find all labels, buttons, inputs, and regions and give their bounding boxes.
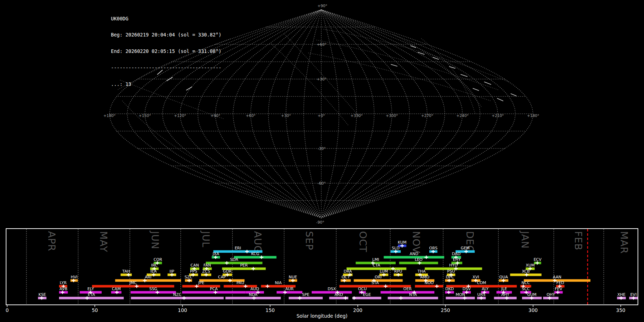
meteor-trail <box>497 98 503 101</box>
sky-label-pole-north: +90° <box>317 4 327 8</box>
shower-label: OHY <box>547 292 555 297</box>
shower-label: AMO <box>420 275 430 279</box>
shower-label: NZC <box>173 292 182 297</box>
month-label: JUN <box>150 230 161 249</box>
month-label: MAY <box>98 231 109 252</box>
shower-label: SSG <box>149 287 157 291</box>
month-label: JAN <box>519 230 531 249</box>
shower-label: CAM <box>112 287 121 291</box>
sky-label-latitude: +60° <box>317 42 326 47</box>
shower-label: DPC <box>446 275 454 279</box>
shower-label: AAN <box>553 275 561 279</box>
shower-label: XUM <box>526 263 535 268</box>
shower-bar <box>234 256 277 259</box>
shower-label: NCC <box>522 280 530 285</box>
meteor-trail <box>449 67 455 68</box>
shower-bar <box>352 297 381 299</box>
month-label: NOV <box>411 231 422 253</box>
shower-label: MON <box>455 292 465 297</box>
shower-bar <box>384 256 444 259</box>
shower-label: SPE <box>302 292 309 297</box>
shower-bar <box>446 297 475 299</box>
shower-label: ORS <box>429 246 438 250</box>
shower-label: NIA <box>275 280 282 285</box>
shower-label: OER <box>403 287 412 291</box>
shower-label: COM <box>477 280 486 285</box>
shower-label: LEO <box>415 257 423 262</box>
shower-label: FED <box>556 280 564 285</box>
shower-label: JPE <box>198 280 204 285</box>
sky-label-pole-south: -90° <box>316 220 324 224</box>
shower-label: SDA <box>230 257 238 262</box>
sky-label-longitude: +90° <box>210 113 220 118</box>
shower-label: OCU <box>358 287 367 291</box>
sky-grid-meridian <box>268 10 321 218</box>
sky-label-longitude: +270° <box>421 113 433 118</box>
shower-label: LMI <box>372 257 379 262</box>
sky-track <box>324 29 508 82</box>
meteor-trail <box>391 64 397 66</box>
sky-label-longitude: +60° <box>246 113 255 118</box>
meteor-trail <box>484 82 491 84</box>
sky-label-longitude: +180° <box>527 113 539 118</box>
shower-label: DSX <box>328 287 336 291</box>
month-label: APR <box>46 231 57 252</box>
shower-label: ALY <box>482 287 489 291</box>
meteor-trail <box>473 88 479 91</box>
shower-label: IIP <box>170 269 174 274</box>
shower-label: THA <box>417 269 426 274</box>
shower-label: GUM <box>527 292 537 297</box>
shower-bar <box>59 297 124 299</box>
shower-label: XVI <box>473 275 479 279</box>
sky-label-longitude: +0° <box>318 113 325 118</box>
shower-label: SLD <box>392 246 400 250</box>
x-tick-label: 300 <box>528 307 538 313</box>
sky-map-group: +90°-90°+60°+30°-30°-60°+180°+150°+120°+… <box>103 4 539 224</box>
sky-label-latitude: -30° <box>318 146 326 151</box>
sky-track <box>120 80 224 119</box>
meteor-trail <box>511 94 516 96</box>
shower-label: JMC <box>129 280 137 285</box>
shower-label: PAU <box>236 280 244 285</box>
shower-label: ELY <box>87 287 94 291</box>
shower-label: JXA <box>212 252 219 256</box>
shower-label: CTA <box>373 263 381 268</box>
shower-label: PCA <box>210 287 218 291</box>
shower-bar <box>206 262 262 264</box>
shower-label: ARI <box>145 275 151 279</box>
shower-bar <box>340 285 411 288</box>
sky-label-latitude: -60° <box>318 181 326 185</box>
shower-label: KUM <box>398 240 406 245</box>
month-label: OCT <box>357 231 369 253</box>
shower-bar <box>312 291 352 294</box>
shower-label: GDR <box>223 269 232 274</box>
shower-label: XCB <box>522 269 530 274</box>
shower-bar <box>388 297 438 299</box>
x-tick-label: 250 <box>441 307 450 313</box>
shower-label: AUR <box>286 287 294 291</box>
x-tick-label: 100 <box>178 307 187 313</box>
shower-bar <box>381 291 434 294</box>
shower-label: QUA <box>499 275 508 279</box>
shower-label: ARD <box>335 292 343 297</box>
shower-label: GEM <box>461 246 470 250</box>
shower-label: AND <box>410 252 418 256</box>
shower-label: NDA <box>249 292 258 297</box>
month-label: AUG <box>252 231 263 253</box>
sky-label-longitude: +240° <box>457 113 469 118</box>
shower-bar <box>415 285 443 288</box>
shower-label: COR <box>153 257 162 262</box>
shower-label: IEA <box>150 269 157 274</box>
sky-label-latitude: +30° <box>317 77 326 81</box>
shower-label: NOO <box>425 280 434 285</box>
shower-bar <box>289 297 323 299</box>
shower-label: NUE <box>289 275 297 279</box>
month-label: MAR <box>619 231 630 254</box>
shower-label: JLE <box>501 287 507 291</box>
shower-label: ECV <box>533 257 542 262</box>
sky-label-longitude: +30° <box>281 113 291 118</box>
shower-label: OCT <box>342 275 350 279</box>
sky-label-longitude: +120° <box>174 113 186 118</box>
shower-label: ETA <box>88 292 95 297</box>
shower-label: TAH <box>122 269 130 274</box>
